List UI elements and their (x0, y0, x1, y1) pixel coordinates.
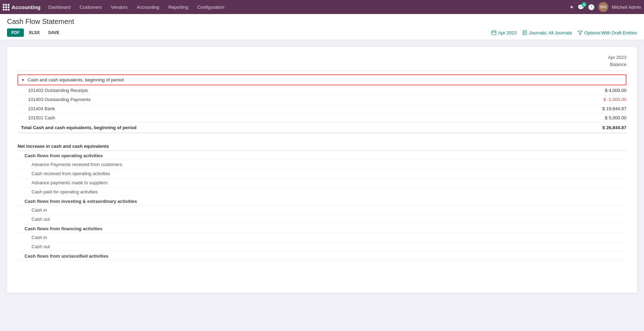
user-name: Mitchell Admin (612, 5, 641, 10)
toolbar: PDF XLSX SAVE Apr 2023 Jou (7, 28, 637, 40)
subsection-financing[interactable]: Cash flows from financing activities (18, 224, 626, 233)
row-101402[interactable]: 101402 Outstanding Receipts $ 4,000.00 (18, 86, 626, 95)
nav-dashboard[interactable]: Dashboard (44, 3, 75, 11)
nav-customers[interactable]: Customers (75, 3, 106, 11)
app-name: Accounting (12, 4, 41, 10)
nav-vendors[interactable]: Vendors (107, 3, 132, 11)
options-filter-label: Options:With Draft Entries (584, 30, 637, 35)
row-label: 101402 Outstanding Receipts (28, 88, 577, 93)
subsection-unclassified[interactable]: Cash flows from unclassified activities (18, 251, 626, 260)
nav-menu: Dashboard Customers Vendors Accounting R… (44, 3, 570, 11)
chat-badge: 5 (582, 2, 586, 7)
avatar[interactable]: MA (598, 2, 608, 12)
row-value: $ 19,844.87 (577, 106, 626, 111)
journals-filter[interactable]: Journals: All Journals (522, 30, 572, 35)
date-filter-label: Apr 2023 (498, 30, 517, 35)
col-header-labels: Apr 2023 Balance (608, 54, 626, 68)
svg-marker-8 (578, 31, 582, 35)
total-value: $ 26,844.87 (577, 125, 626, 130)
journal-icon (522, 30, 527, 35)
clock-icon-btn[interactable]: 🕐 (588, 4, 595, 11)
filter-icon (578, 30, 583, 35)
collapse-arrow: ▼ (21, 78, 25, 82)
journals-filter-label: Journals: All Journals (529, 30, 572, 35)
options-filter[interactable]: Options:With Draft Entries (578, 30, 637, 35)
chat-icon-btn[interactable]: 💬 5 (577, 4, 584, 11)
subsection-investing[interactable]: Cash flows from investing & extraordinar… (18, 197, 626, 206)
section1-title: Cash and cash equivalents, beginning of … (28, 77, 124, 82)
toolbar-filters: Apr 2023 Journals: All Journals Options:… (491, 30, 637, 35)
apps-icon-btn[interactable]: ✦ (569, 4, 574, 11)
xlsx-button[interactable]: XLSX (25, 28, 43, 37)
subsection-operating[interactable]: Cash flows from operating activities (18, 151, 626, 160)
report-card: Apr 2023 Balance ▼ Cash and cash equival… (7, 47, 637, 293)
row-101501[interactable]: 101501 Cash $ 5,000.00 (18, 113, 626, 123)
date-filter[interactable]: Apr 2023 (491, 30, 517, 35)
section2-title: Net increase in cash and cash equivalent… (18, 139, 626, 151)
item-cash-out-financing[interactable]: Cash out (18, 242, 626, 251)
report-column-header: Apr 2023 Balance (18, 54, 626, 71)
item-cash-received-operating[interactable]: Cash received from operating activities (18, 169, 626, 178)
top-navigation: Accounting Dashboard Customers Vendors A… (0, 0, 644, 14)
item-cash-out-investing[interactable]: Cash out (18, 215, 626, 224)
item-advance-payments-suppliers[interactable]: Advance payments made to suppliers (18, 178, 626, 187)
item-cash-in-investing[interactable]: Cash in (18, 206, 626, 215)
svg-rect-0 (492, 31, 496, 35)
main-content: Apr 2023 Balance ▼ Cash and cash equival… (0, 40, 644, 300)
calendar-icon (491, 30, 496, 35)
app-logo[interactable]: Accounting (3, 4, 41, 11)
row-value: $ 4,000.00 (577, 88, 626, 93)
row-value: $ -2,000.00 (577, 97, 626, 102)
nav-accounting[interactable]: Accounting (133, 3, 163, 11)
item-cash-paid-operating[interactable]: Cash paid for operating activities (18, 187, 626, 197)
item-cash-in-financing[interactable]: Cash in (18, 233, 626, 242)
section1-header[interactable]: ▼ Cash and cash equivalents, beginning o… (18, 74, 626, 85)
col-date: Apr 2023 (608, 54, 626, 61)
row-label: 101404 Bank (28, 106, 577, 111)
row-101403[interactable]: 101403 Outstanding Payments $ -2,000.00 (18, 95, 626, 104)
save-button[interactable]: SAVE (45, 28, 63, 37)
col-balance: Balance (608, 61, 626, 68)
row-value: $ 5,000.00 (577, 115, 626, 120)
page-header: Cash Flow Statement PDF XLSX SAVE Apr 20… (0, 14, 644, 40)
row-101404[interactable]: 101404 Bank $ 19,844.87 (18, 104, 626, 113)
section1-total: Total Cash and cash equivalents, beginni… (18, 123, 626, 133)
row-label: 101501 Cash (28, 115, 577, 120)
pdf-button[interactable]: PDF (7, 28, 24, 37)
total-label: Total Cash and cash equivalents, beginni… (21, 125, 577, 130)
apps-icon (3, 4, 9, 11)
item-advance-payments-received[interactable]: Advance Payments received from customers (18, 160, 626, 169)
row-label: 101403 Outstanding Payments (28, 97, 577, 102)
nav-right: ✦ 💬 5 🕐 MA Mitchell Admin (569, 2, 641, 12)
page-title: Cash Flow Statement (7, 18, 637, 26)
nav-reporting[interactable]: Reporting (164, 3, 192, 11)
nav-configuration[interactable]: Configuration (193, 3, 228, 11)
